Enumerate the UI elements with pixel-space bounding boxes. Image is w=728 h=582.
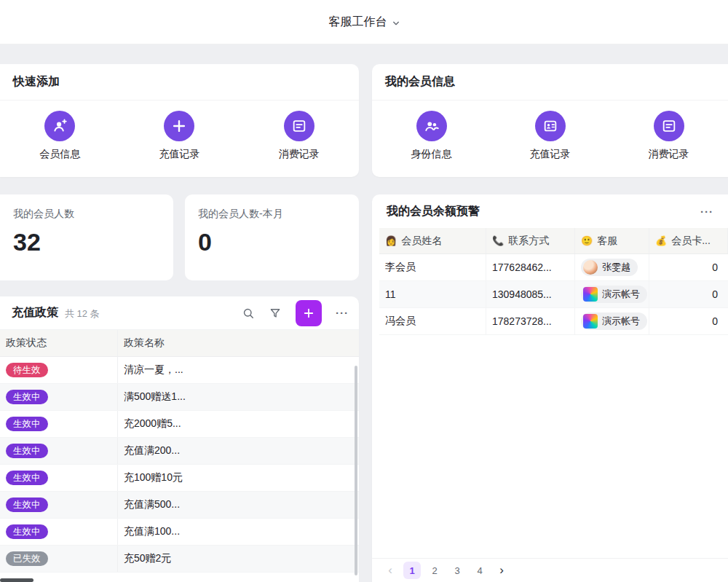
pagination-page-2[interactable]: 2 — [426, 562, 443, 579]
add-record-button[interactable] — [296, 300, 322, 326]
pagination-page-1[interactable]: 1 — [403, 562, 421, 579]
policy-name-cell: 满500赠送1... — [118, 384, 359, 410]
pagination-next-icon[interactable]: › — [494, 562, 510, 578]
horizontal-scrollbar[interactable] — [0, 578, 33, 582]
member-row[interactable]: 李会员 177628462... 张雯越 0 — [379, 254, 728, 281]
stat-value: 0 — [198, 228, 346, 256]
agent-name: 演示帐号 — [602, 288, 640, 301]
more-actions-icon[interactable]: ··· — [336, 307, 349, 319]
receipt-icon — [654, 111, 684, 141]
member-info-card-header: 我的会员信息 — [372, 64, 728, 101]
policy-row[interactable]: 生效中 满500赠送1... — [0, 384, 359, 411]
policy-status-cell: 生效中 — [0, 384, 118, 410]
pagination-prev-icon[interactable]: ‹ — [382, 562, 398, 578]
policy-status-cell: 生效中 — [0, 465, 118, 491]
recharge-policy-count: 共 12 条 — [65, 307, 100, 321]
stat-label: 我的会员人数-本月 — [198, 208, 346, 221]
quick-action-member-info[interactable]: 会员信息 — [39, 111, 80, 161]
policy-status-cell: 生效中 — [0, 492, 118, 518]
person-plus-icon — [44, 111, 75, 141]
policy-name-cell: 清凉一夏，... — [118, 357, 359, 383]
policy-row[interactable]: 生效中 充100赠10元 — [0, 465, 359, 492]
agent-chip[interactable]: 演示帐号 — [581, 312, 647, 330]
member-name-cell: 李会员 — [379, 254, 486, 280]
pagination-page-3[interactable]: 3 — [448, 562, 466, 579]
member-action-recharge-record[interactable]: 充值记录 — [530, 111, 571, 161]
policy-row[interactable]: 已失效 充50赠2元 — [0, 546, 359, 573]
policy-status-cell: 生效中 — [0, 411, 118, 437]
moneybag-emoji-icon: 💰 — [655, 235, 667, 246]
quick-action-recharge-record[interactable]: 充值记录 — [159, 111, 199, 161]
recharge-policy-card: 充值政策 共 12 条 ··· 政策状态 政策名称 待生效 清凉一夏，... 生… — [0, 296, 359, 582]
member-name-cell: 冯会员 — [379, 308, 486, 334]
policy-row[interactable]: 生效中 充2000赠5... — [0, 411, 359, 438]
pagination-page-4[interactable]: 4 — [471, 562, 488, 579]
quick-add-title: 快速添加 — [13, 74, 60, 90]
status-badge: 已失效 — [6, 551, 48, 567]
member-info-title: 我的会员信息 — [385, 74, 455, 90]
column-header-member-name: 👩 会员姓名 — [379, 228, 486, 253]
column-header-contact: 📞 联系方式 — [486, 228, 575, 253]
person-emoji-icon: 👩 — [385, 235, 397, 246]
agent-chip[interactable]: 演示帐号 — [581, 286, 647, 303]
policy-table-body: 待生效 清凉一夏，... 生效中 满500赠送1... 生效中 充2000赠5.… — [0, 357, 359, 573]
column-header-card-balance: 💰 会员卡... — [649, 228, 728, 253]
search-icon[interactable] — [242, 307, 255, 320]
phone-emoji-icon: 📞 — [492, 235, 504, 246]
status-badge: 生效中 — [6, 471, 48, 486]
member-action-label: 充值记录 — [530, 148, 571, 161]
member-row[interactable]: 冯会员 178273728... 演示帐号 0 — [379, 308, 728, 335]
quick-action-label: 充值记录 — [159, 148, 199, 161]
balance-warning-card: 我的会员余额预警 ··· 👩 会员姓名 📞 联系方式 🙂 客服 💰 会员卡... — [372, 194, 728, 582]
column-label: 会员卡... — [671, 235, 711, 248]
member-action-consume-record[interactable]: 消费记录 — [649, 111, 689, 161]
receipt-icon — [284, 111, 314, 141]
policy-name-cell: 充值满500... — [118, 492, 359, 518]
pagination: ‹ 1 2 3 4 › — [372, 558, 728, 582]
policy-status-cell: 生效中 — [0, 519, 118, 545]
id-card-icon — [535, 111, 566, 141]
policy-row[interactable]: 生效中 充值满200... — [0, 438, 359, 465]
agent-name: 张雯越 — [602, 261, 630, 274]
policy-row[interactable]: 生效中 充值满100... — [0, 519, 359, 546]
policy-row[interactable]: 生效中 充值满500... — [0, 492, 359, 519]
member-phone-cell: 177628462... — [486, 254, 575, 280]
avatar — [583, 287, 598, 302]
policy-table-header: 政策状态 政策名称 — [0, 330, 359, 357]
member-action-identity[interactable]: 身份信息 — [411, 111, 452, 161]
member-action-label: 消费记录 — [649, 148, 689, 161]
column-label: 会员姓名 — [401, 235, 442, 248]
policy-status-cell: 已失效 — [0, 546, 118, 572]
status-badge: 生效中 — [6, 417, 48, 432]
policy-name-cell: 充50赠2元 — [118, 546, 359, 572]
balance-table-body: 李会员 177628462... 张雯越 0 11 130948085... 演… — [379, 254, 728, 335]
balance-cell: 0 — [649, 281, 728, 307]
column-label: 客服 — [597, 235, 617, 248]
stat-value: 32 — [13, 228, 160, 256]
balance-warning-title: 我的会员余额预警 — [387, 204, 480, 219]
policy-row[interactable]: 待生效 清凉一夏，... — [0, 357, 359, 384]
stat-label: 我的会员人数 — [13, 208, 160, 221]
quick-action-consume-record[interactable]: 消费记录 — [279, 111, 320, 161]
workspace-title[interactable]: 客服工作台 — [329, 15, 387, 30]
quick-action-label: 会员信息 — [39, 148, 80, 161]
agent-name: 演示帐号 — [602, 315, 640, 328]
recharge-policy-header: 充值政策 共 12 条 ··· — [0, 296, 359, 330]
quick-add-actions: 会员信息 充值记录 消费记录 — [0, 101, 359, 161]
member-name-cell: 11 — [379, 281, 486, 307]
avatar — [583, 260, 598, 275]
status-badge: 生效中 — [6, 498, 48, 513]
quick-add-card-header: 快速添加 — [0, 64, 359, 101]
status-badge: 生效中 — [6, 444, 48, 459]
more-actions-icon[interactable]: ··· — [700, 205, 713, 218]
member-action-label: 身份信息 — [411, 148, 452, 161]
filter-icon[interactable] — [269, 307, 282, 320]
chevron-down-icon[interactable] — [392, 20, 400, 27]
column-header-name: 政策名称 — [118, 330, 359, 356]
policy-name-cell: 充2000赠5... — [118, 411, 359, 437]
member-row[interactable]: 11 130948085... 演示帐号 0 — [379, 281, 728, 308]
member-phone-cell: 130948085... — [486, 281, 575, 307]
vertical-scrollbar[interactable] — [355, 366, 357, 575]
member-phone-cell: 178273728... — [486, 308, 575, 334]
agent-chip[interactable]: 张雯越 — [581, 259, 638, 276]
